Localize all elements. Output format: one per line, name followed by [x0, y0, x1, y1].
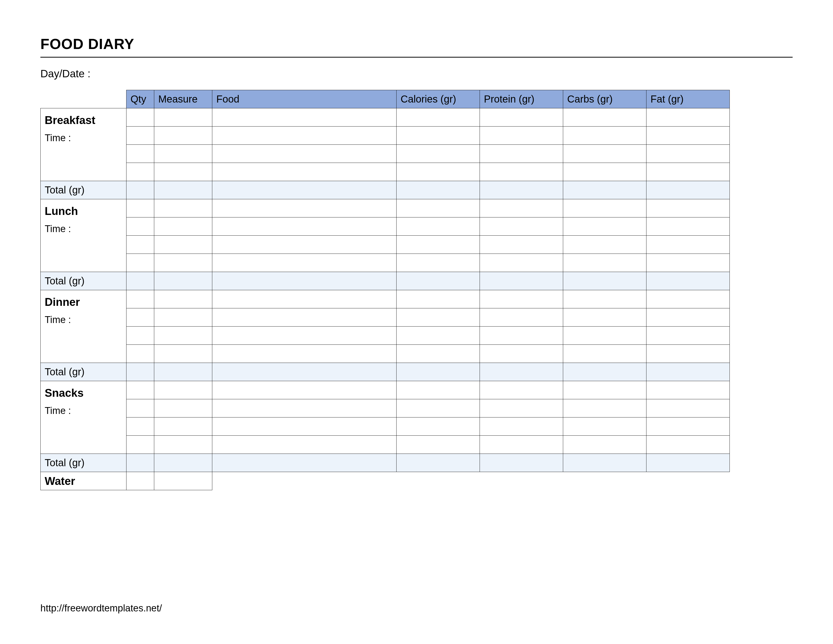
cell[interactable] [212, 145, 397, 163]
cell[interactable] [397, 108, 480, 127]
cell[interactable] [563, 145, 646, 163]
cell[interactable] [127, 436, 154, 454]
cell[interactable] [127, 363, 154, 381]
cell[interactable] [563, 345, 646, 363]
cell[interactable] [397, 436, 480, 454]
cell[interactable] [397, 163, 480, 181]
cell[interactable] [480, 345, 563, 363]
cell[interactable] [397, 236, 480, 254]
cell[interactable] [397, 272, 480, 290]
cell[interactable] [646, 454, 730, 472]
cell[interactable] [154, 399, 212, 417]
cell[interactable] [480, 199, 563, 217]
cell[interactable] [127, 308, 154, 327]
cell[interactable] [563, 163, 646, 181]
cell[interactable] [212, 454, 397, 472]
cell[interactable] [480, 163, 563, 181]
cell[interactable] [212, 399, 397, 417]
cell[interactable] [646, 217, 730, 236]
cell[interactable] [127, 254, 154, 272]
cell[interactable] [397, 345, 480, 363]
cell[interactable] [397, 199, 480, 217]
cell[interactable] [212, 127, 397, 145]
cell[interactable] [212, 290, 397, 308]
cell[interactable] [212, 254, 397, 272]
cell[interactable] [212, 199, 397, 217]
cell[interactable] [154, 290, 212, 308]
cell[interactable] [212, 108, 397, 127]
cell[interactable] [563, 436, 646, 454]
cell[interactable] [563, 272, 646, 290]
cell[interactable] [397, 399, 480, 417]
cell[interactable] [154, 145, 212, 163]
cell[interactable] [212, 381, 397, 399]
cell[interactable] [563, 127, 646, 145]
cell[interactable] [646, 436, 730, 454]
cell[interactable] [154, 345, 212, 363]
cell[interactable] [127, 181, 154, 199]
cell[interactable] [646, 327, 730, 345]
cell[interactable] [646, 236, 730, 254]
cell[interactable] [397, 363, 480, 381]
cell[interactable] [480, 417, 563, 436]
cell[interactable] [127, 381, 154, 399]
cell[interactable] [563, 108, 646, 127]
cell[interactable] [646, 399, 730, 417]
cell[interactable] [480, 454, 563, 472]
cell[interactable] [397, 381, 480, 399]
cell[interactable] [154, 108, 212, 127]
cell[interactable] [154, 454, 212, 472]
cell[interactable] [563, 308, 646, 327]
cell[interactable] [480, 108, 563, 127]
cell[interactable] [480, 308, 563, 327]
cell[interactable] [397, 417, 480, 436]
cell[interactable] [480, 290, 563, 308]
cell[interactable] [397, 308, 480, 327]
cell[interactable] [646, 181, 730, 199]
cell[interactable] [563, 217, 646, 236]
cell[interactable] [563, 454, 646, 472]
cell[interactable] [154, 417, 212, 436]
cell[interactable] [154, 127, 212, 145]
cell[interactable] [127, 454, 154, 472]
cell[interactable] [646, 254, 730, 272]
cell[interactable] [480, 327, 563, 345]
cell[interactable] [154, 163, 212, 181]
cell[interactable] [397, 217, 480, 236]
cell[interactable] [397, 327, 480, 345]
cell[interactable] [154, 472, 212, 490]
cell[interactable] [480, 181, 563, 199]
cell[interactable] [154, 181, 212, 199]
cell[interactable] [397, 181, 480, 199]
cell[interactable] [127, 145, 154, 163]
cell[interactable] [127, 108, 154, 127]
cell[interactable] [212, 217, 397, 236]
cell[interactable] [563, 417, 646, 436]
cell[interactable] [563, 290, 646, 308]
cell[interactable] [154, 327, 212, 345]
cell[interactable] [127, 199, 154, 217]
cell[interactable] [646, 363, 730, 381]
cell[interactable] [480, 217, 563, 236]
cell[interactable] [212, 436, 397, 454]
cell[interactable] [154, 217, 212, 236]
cell[interactable] [127, 163, 154, 181]
cell[interactable] [212, 181, 397, 199]
cell[interactable] [397, 254, 480, 272]
cell[interactable] [397, 454, 480, 472]
cell[interactable] [563, 327, 646, 345]
cell[interactable] [127, 399, 154, 417]
cell[interactable] [154, 272, 212, 290]
cell[interactable] [127, 290, 154, 308]
cell[interactable] [212, 272, 397, 290]
cell[interactable] [646, 345, 730, 363]
cell[interactable] [154, 381, 212, 399]
cell[interactable] [480, 381, 563, 399]
cell[interactable] [127, 236, 154, 254]
cell[interactable] [480, 236, 563, 254]
cell[interactable] [212, 417, 397, 436]
cell[interactable] [127, 217, 154, 236]
cell[interactable] [212, 236, 397, 254]
cell[interactable] [563, 181, 646, 199]
cell[interactable] [480, 272, 563, 290]
